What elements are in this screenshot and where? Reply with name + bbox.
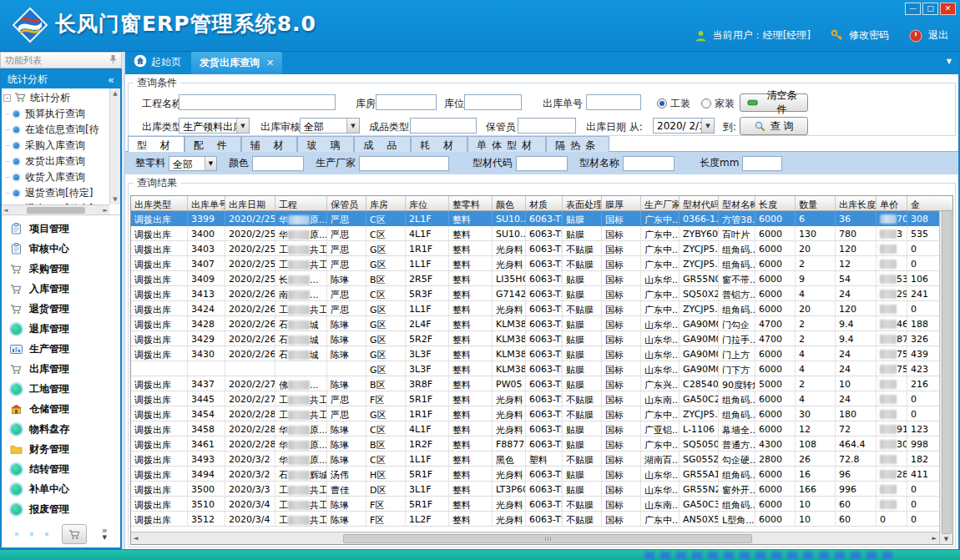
table-row[interactable]: 调拨出库34452020/2/27工共工程严思F区5R1F整料光身料6063-T… xyxy=(131,391,939,406)
minimize-icon[interactable]: — xyxy=(905,3,921,15)
radio-industrial[interactable]: 工装 xyxy=(657,97,690,111)
scroll-up-icon[interactable]: ▲ xyxy=(113,90,117,97)
sidebar-section-item[interactable]: 工地管理 xyxy=(2,379,120,399)
collapse-icon[interactable]: « xyxy=(108,73,114,86)
tree-item[interactable]: ┄预算执行查询 xyxy=(3,106,109,122)
column-header[interactable]: 材质 xyxy=(526,196,563,210)
material-tab[interactable]: 辅 材 xyxy=(241,136,298,152)
tree-scroll-thumb[interactable] xyxy=(27,207,85,214)
grid-hscroll-thumb[interactable] xyxy=(343,534,752,543)
column-header[interactable]: 数量 xyxy=(796,196,836,210)
radio-home[interactable]: 家装 xyxy=(701,97,735,111)
scroll-down-icon[interactable]: ▼ xyxy=(944,536,948,542)
table-row[interactable]: 调拨出库34242020/2/26工共工程严思G区1L1F整料光身料6063-T… xyxy=(131,301,939,316)
grid-vscroll-thumb[interactable] xyxy=(942,206,952,534)
order-no-input[interactable] xyxy=(586,94,641,110)
warehouse-input[interactable] xyxy=(376,94,437,110)
table-row[interactable]: 调拨出库34932020/3/2华原...陈琳C区1L1F整料黑色塑料不贴膜国标… xyxy=(131,452,939,467)
profile-code-input[interactable] xyxy=(516,156,568,171)
table-row[interactable]: 调拨出库34072020/2/25工共工程严思G区1L1F整料光身料6063-T… xyxy=(131,256,939,271)
table-row[interactable]: 调拨出库33992020/2/25华原...严思C区2L1F整料SU10...6… xyxy=(131,211,939,226)
length-input[interactable] xyxy=(742,156,782,171)
column-header[interactable]: 型材名称 xyxy=(719,196,755,210)
cart-icon[interactable] xyxy=(62,524,87,544)
column-header[interactable]: 长度 xyxy=(755,196,796,210)
sidebar-section-item[interactable]: 出库管理 xyxy=(2,359,120,379)
close-icon[interactable]: ✕ xyxy=(940,3,956,15)
material-tab[interactable]: 耗 材 xyxy=(411,136,467,152)
column-header[interactable]: 金 xyxy=(907,196,953,210)
tree-item[interactable]: ┄收货入库查询 xyxy=(3,169,109,185)
profile-name-input[interactable] xyxy=(623,156,675,171)
table-row[interactable]: 调拨出库34282020/2/26石城陈琳G区2L4F整料KLM38176063… xyxy=(131,316,939,331)
sidebar-section-item[interactable]: 补单中心 xyxy=(2,479,120,499)
outbound-type-select[interactable]: 生产领料出库▼ xyxy=(179,118,250,134)
column-header[interactable]: 库位 xyxy=(406,196,449,210)
maximize-icon[interactable]: □ xyxy=(922,3,938,15)
whole-piece-select[interactable]: 全部▼ xyxy=(169,156,217,171)
scroll-left-icon[interactable]: ◄ xyxy=(3,207,8,214)
column-header[interactable]: 生产厂家 xyxy=(641,196,680,210)
table-row[interactable]: 调拨出库34942020/3/2石辉城汤伟H区5R1F整料光身料6063-T5贴… xyxy=(131,467,939,482)
sidebar-section-item[interactable]: 审核中心 xyxy=(2,239,120,259)
table-row[interactable]: 调拨出库34032020/2/25工共工程严思G区1R1F整料光身料6063-T… xyxy=(131,241,939,256)
table-row[interactable]: 调拨出库34292020/2/26石城陈琳G区5R2F整料KLM38176063… xyxy=(131,331,939,346)
sidebar-section-item[interactable]: 项目管理 xyxy=(2,219,120,239)
tab-overflow-icon[interactable]: ▼ xyxy=(947,58,952,65)
table-row[interactable]: 调拨出库34372020/2/27佛...陈琳B区3R8F整料PW056063-… xyxy=(131,376,939,391)
sidebar-section-item[interactable]: 采购管理 xyxy=(2,259,120,279)
table-row[interactable]: G区3L3F整料KLM38176063-T5贴膜国标山东华...GA90M09.… xyxy=(131,361,939,376)
scroll-right-icon[interactable]: ► xyxy=(104,207,108,214)
sidebar-section-item[interactable]: 财务管理 xyxy=(2,439,120,459)
tree-item[interactable]: ┄退货查询[待定] xyxy=(3,185,109,201)
tab-active[interactable]: 发货出库查询 ✕ xyxy=(191,52,282,74)
sidebar-section-item[interactable]: 入库管理 xyxy=(2,279,120,299)
clear-conditions-button[interactable]: 清空条件 xyxy=(740,93,808,112)
column-header[interactable]: 出库类型 xyxy=(131,196,188,210)
table-row[interactable]: 调拨出库35122020/3/4工共工程陈琳F区1L2F整料光身料6063-T5… xyxy=(131,512,939,527)
search-button[interactable]: 查 询 xyxy=(740,117,808,135)
date-from-select[interactable]: 2020/ 2/16▼ xyxy=(653,118,715,134)
sidebar-section-item[interactable]: 仓储管理 xyxy=(2,399,120,419)
table-row[interactable]: 调拨出库34542020/2/28工共工程严思G区1R1F整料光身料6063-T… xyxy=(131,406,939,421)
tree-item[interactable]: ┄在途信息查询[待 xyxy=(3,122,109,138)
tab-home[interactable]: 起始页 xyxy=(125,54,191,74)
product-type-input[interactable] xyxy=(410,118,477,134)
tree-expander-icon[interactable]: - xyxy=(3,94,11,102)
material-tab[interactable]: 成 品 xyxy=(354,136,411,152)
table-row[interactable]: 调拨出库35102020/3/4工共工程陈琳F区5R1F整料光身料6063-T5… xyxy=(131,497,939,512)
scroll-right-icon[interactable]: ► xyxy=(932,535,937,542)
table-row[interactable]: 调拨出库34002020/2/25华原...严思C区4L1F整料SU10...6… xyxy=(131,226,939,241)
sidebar-section-item[interactable]: 结转管理 xyxy=(2,459,120,479)
table-row[interactable]: 调拨出库35002020/3/3工共工程曹佳D区3L1F整料LT3P606063… xyxy=(131,482,939,497)
tree-item[interactable]: ┄采购入库查询 xyxy=(3,138,109,154)
tab-close-icon[interactable]: ✕ xyxy=(266,58,274,68)
table-row[interactable]: 调拨出库34612020/2/28华原...陈琳B区1R2F整料F8877FT6… xyxy=(131,436,939,452)
pin-icon[interactable] xyxy=(109,54,117,67)
table-row[interactable]: 调拨出库34132020/2/26南...严思C区5R3F整料G71422606… xyxy=(131,286,939,301)
tree-root-item[interactable]: -统计分析 xyxy=(3,90,109,106)
column-header[interactable]: 单价 xyxy=(877,196,907,210)
column-header[interactable]: 出库单号 xyxy=(188,196,225,210)
column-header[interactable]: 出库日期 xyxy=(225,196,275,210)
sidebar-section-item[interactable]: 物料盘存 xyxy=(2,419,120,439)
scroll-left-icon[interactable]: ◄ xyxy=(134,535,138,542)
logout-link[interactable]: 退出 xyxy=(928,28,948,43)
grid-horizontal-scrollbar[interactable]: ◄ ► xyxy=(131,532,939,544)
change-password-link[interactable]: 修改密码 xyxy=(849,28,889,43)
sidebar-section-item[interactable]: 退货管理 xyxy=(2,299,120,319)
keeper-input[interactable] xyxy=(518,118,576,134)
more-sections-icon[interactable]: »▾ xyxy=(102,527,108,541)
grid-vertical-scrollbar[interactable]: ▲ ▼ xyxy=(939,196,952,544)
table-row[interactable]: 调拨出库34092020/2/25长...陈琳B区2R5F整料LI35HO606… xyxy=(131,271,939,286)
material-tab[interactable]: 配 件 xyxy=(184,136,241,152)
tree-item[interactable]: ┄发货出库查询 xyxy=(3,154,109,169)
column-header[interactable]: 出库长度 xyxy=(836,196,877,210)
tree-vertical-scrollbar[interactable]: ▲▼ xyxy=(109,88,120,204)
sidebar-section-item[interactable]: 退库管理 xyxy=(2,319,120,339)
sidebar-group-header[interactable]: 统计分析 « xyxy=(2,70,120,88)
material-tab[interactable]: 型 材 xyxy=(128,136,184,152)
column-header[interactable]: 整零料 xyxy=(449,196,493,210)
audit-select[interactable]: 全部▼ xyxy=(300,118,360,134)
table-row[interactable]: 调拨出库34302020/2/26石城陈琳G区3L3F整料KLM38176063… xyxy=(131,346,939,361)
